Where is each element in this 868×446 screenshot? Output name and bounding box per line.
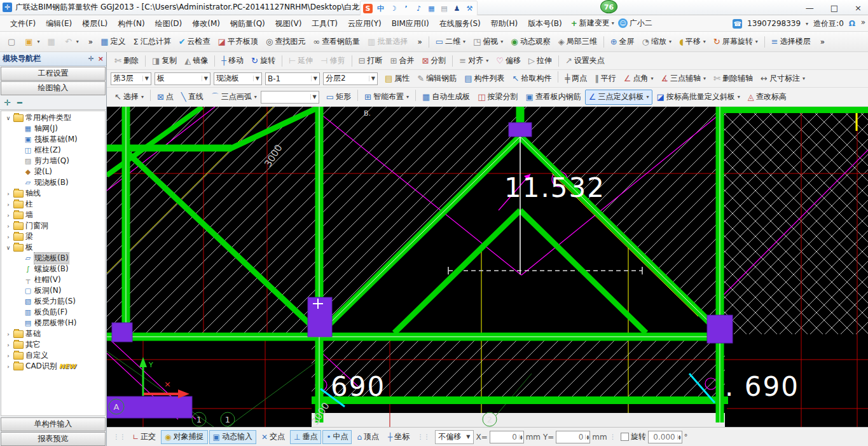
- menu-item[interactable]: 云应用(Y): [343, 17, 387, 30]
- define-button[interactable]: ▦ 定义 ▾: [97, 34, 129, 50]
- toolbar-item[interactable]: ▾: [603, 36, 604, 48]
- menu-item[interactable]: 编辑(E): [41, 17, 77, 30]
- tree-arrow-icon[interactable]: ›: [5, 191, 11, 197]
- spinner-arrows[interactable]: ▲▼: [519, 435, 523, 440]
- view-2d-button[interactable]: ▭ 二维 ▾: [432, 34, 469, 50]
- offset-button[interactable]: ♡ 偏移 ▾: [492, 53, 525, 69]
- toolbar-item[interactable]: ▾: [429, 36, 429, 48]
- find-element-button[interactable]: ◎ 查找图元 ▾: [262, 34, 309, 50]
- summary-calc-button[interactable]: Σ 汇总计算 ▾: [129, 34, 174, 50]
- layer-select[interactable]: 分层2 ▼: [323, 72, 378, 85]
- draw-input-button[interactable]: 绘图输入: [1, 81, 106, 95]
- toolbar-item[interactable]: ▾: [145, 55, 146, 67]
- mic-icon[interactable]: ♪: [414, 4, 424, 13]
- tree-arrow-icon[interactable]: ›: [5, 331, 11, 337]
- toolbar-item[interactable]: ▾: [282, 55, 282, 67]
- delete-button[interactable]: ✄ 删除 ▾: [111, 53, 142, 69]
- y-coordinate-input[interactable]: 0 ▲▼: [556, 431, 590, 443]
- parallel-button[interactable]: ∥ 平行 ▾: [591, 71, 620, 86]
- minimize-button[interactable]: —: [806, 3, 814, 13]
- vertex-snap-toggle[interactable]: ⌂ 顶点: [353, 430, 383, 444]
- three-point-aux-axis-button[interactable]: ∡ 三点辅轴 ▾: [657, 71, 710, 86]
- subtype-select[interactable]: 现浇板 ▼: [214, 72, 262, 85]
- offset-select[interactable]: 不偏移 ▼: [435, 430, 473, 444]
- toolbar-item[interactable]: ▾: [558, 55, 559, 67]
- three-point-arc-button[interactable]: ⌒ 三点画弧 ▾: [207, 90, 261, 105]
- menu-item[interactable]: 钢筋量(Q): [225, 17, 270, 30]
- assistant-button[interactable]: ☺ 广小二: [618, 18, 652, 29]
- set-grip-button[interactable]: ↗ 设置夹点 ▾: [561, 53, 609, 69]
- cad-canvas[interactable]: Y × 1 1 2 A 11.532 690 . 690 B. 3000 300…: [107, 107, 868, 427]
- tree-folder-common-types[interactable]: ∨ 常用构件类型: [1, 112, 105, 123]
- menu-item[interactable]: 绘图(D): [150, 17, 188, 30]
- report-preview-button[interactable]: 报表预览: [1, 432, 106, 446]
- rectangle-tool-button[interactable]: ▭ 矩形 ▾: [322, 90, 355, 105]
- menu-item[interactable]: 文件(F): [5, 17, 41, 30]
- point-angle-button[interactable]: ∠ 点角 ▾: [620, 71, 658, 86]
- new-change-button[interactable]: + 新建变更 ▾: [571, 18, 614, 29]
- punctuation-icon[interactable]: ’: [401, 4, 411, 13]
- collapse-all-icon[interactable]: ━: [17, 98, 22, 107]
- tree-folder-slab[interactable]: ∨ 板: [1, 242, 105, 253]
- toolbar-item[interactable]: ▾: [764, 36, 765, 48]
- move-button[interactable]: ┼ 移动 ▾: [217, 53, 247, 69]
- perpendicular-snap-toggle[interactable]: ⊥ 垂点: [290, 430, 321, 444]
- mirror-button[interactable]: ◭ 镜像 ▾: [181, 53, 212, 69]
- align-button[interactable]: ≡ 对齐 ▾: [455, 53, 492, 69]
- tree-item-beam[interactable]: ◆ 梁(L): [1, 166, 105, 177]
- tree-folder-cad-recognition[interactable]: › CAD识别 NEW: [1, 361, 105, 372]
- coordinate-toggle[interactable]: ┼ 坐标: [384, 430, 413, 444]
- split-by-beam-button[interactable]: ◫ 按梁分割 ▾: [474, 90, 521, 105]
- toolbar-item[interactable]: ▾: [357, 90, 358, 101]
- auto-generate-slab-button[interactable]: ▦ 自动生成板 ▾: [418, 90, 474, 105]
- break-button[interactable]: ⊟ 打断 ▾: [355, 53, 387, 69]
- tree-arrow-icon[interactable]: ›: [5, 234, 11, 240]
- merge-button[interactable]: ⊞ 合并 ▾: [387, 53, 418, 69]
- expand-all-icon[interactable]: ✛: [4, 98, 11, 107]
- rotate-checkbox[interactable]: [621, 433, 629, 441]
- fullscreen-button[interactable]: ⊕ 全屏 ▾: [607, 34, 638, 50]
- tree-item-axis-grid[interactable]: ▦ 轴网(J): [1, 123, 105, 134]
- open-file-button[interactable]: ▣ ▾: [21, 34, 43, 50]
- tree-folder-column[interactable]: › 柱: [1, 199, 105, 210]
- dimension-button[interactable]: ↔ 尺寸标注 ▾: [757, 71, 809, 86]
- tree-folder-openings[interactable]: › 门窗洞: [1, 220, 105, 231]
- component-select[interactable]: B-1 ▼: [265, 72, 320, 85]
- select-floor-button[interactable]: ≡ 选择楼层 ▾: [768, 34, 815, 50]
- chinese-mode-icon[interactable]: 中: [376, 4, 385, 13]
- cloud-check-button[interactable]: ✔ 云检查 ▾: [175, 34, 214, 50]
- tree-arrow-icon[interactable]: ›: [5, 201, 11, 208]
- tree-folder-beam[interactable]: › 梁: [1, 231, 105, 242]
- pan-button[interactable]: ◖ 平移 ▾: [675, 34, 710, 50]
- view-slab-rebar-button[interactable]: ▣ 查看板内钢筋 ▾: [521, 90, 584, 105]
- smart-layout-button[interactable]: ⊞ 智能布置 ▾: [361, 90, 413, 105]
- tree-item-column-cap[interactable]: ┬ 柱帽(V): [1, 274, 105, 285]
- view-rebar-button[interactable]: ∞ 查看钢筋量 ▾: [309, 34, 364, 50]
- ortho-toggle[interactable]: ∟ 正交: [128, 430, 160, 444]
- tree-arrow-icon[interactable]: ›: [5, 363, 11, 370]
- toolbar-item[interactable]: ▾: [558, 71, 558, 83]
- midpoint-snap-toggle[interactable]: • 中点: [322, 430, 352, 444]
- menu-item[interactable]: 构件(N): [113, 17, 149, 30]
- floor-select[interactable]: 第3层 ▼: [111, 72, 151, 85]
- tree-folder-axis[interactable]: › 轴线: [1, 188, 105, 199]
- tree-arrow-icon[interactable]: ›: [5, 223, 11, 229]
- point-tool-button[interactable]: ⊠ 点 ▾: [153, 90, 177, 105]
- menu-overflow-icon[interactable]: »: [861, 18, 865, 27]
- x-coordinate-input[interactable]: 0 ▲▼: [490, 431, 524, 443]
- sogou-logo-icon[interactable]: S: [363, 4, 373, 13]
- stretch-button[interactable]: ▷ 拉伸 ▾: [525, 53, 556, 69]
- tree-item-frame-column[interactable]: ◫ 框柱(Z): [1, 145, 105, 156]
- line-tool-button[interactable]: ╲ 直线 ▾: [177, 90, 207, 105]
- tree-item-raft-foundation[interactable]: ▣ 筏板基础(M): [1, 134, 105, 145]
- component-list-button[interactable]: ▤ 构件列表 ▾: [460, 71, 508, 86]
- copy-button[interactable]: ◨ 复制 ▾: [148, 53, 181, 69]
- orbit-button[interactable]: ◉ 动态观察 ▾: [507, 34, 554, 50]
- tree-item-cast-slab-selected[interactable]: ▱ 现浇板(B): [1, 253, 105, 264]
- top-view-button[interactable]: ◳ 俯视 ▾: [469, 34, 507, 50]
- menu-item[interactable]: BIM应用(I): [387, 17, 434, 30]
- project-settings-button[interactable]: 工程设置: [1, 67, 106, 81]
- menu-item[interactable]: 楼层(L): [77, 17, 113, 30]
- delete-aux-axis-button[interactable]: ✄ 删除辅轴 ▾: [710, 71, 757, 86]
- skin-icon[interactable]: ♟: [452, 4, 462, 13]
